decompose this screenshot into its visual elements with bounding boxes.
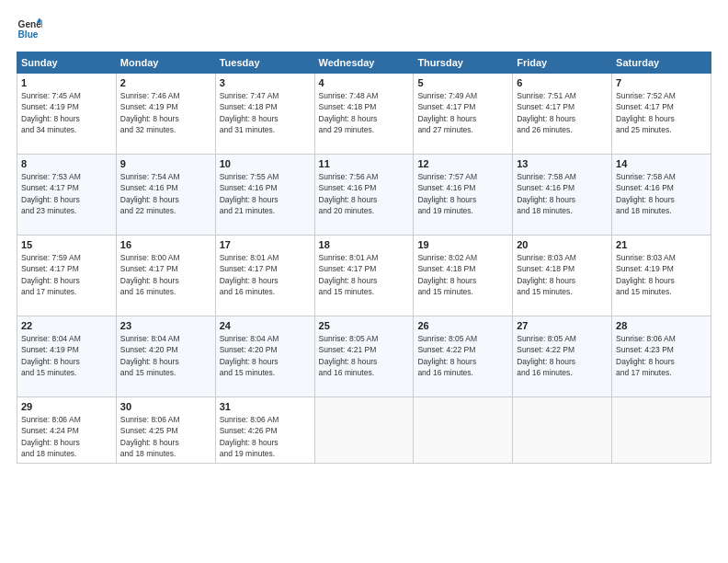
cell-details: Sunrise: 7:45 AMSunset: 4:19 PMDaylight:… [21,90,112,135]
day-number: 1 [21,77,112,88]
cell-details: Sunrise: 7:58 AMSunset: 4:16 PMDaylight:… [517,171,608,216]
day-number: 24 [220,320,311,331]
day-number: 11 [319,158,410,169]
cell-details: Sunrise: 7:57 AMSunset: 4:16 PMDaylight:… [417,171,508,216]
cell-details: Sunrise: 8:06 AMSunset: 4:24 PMDaylight:… [21,414,112,459]
calendar-cell: 30Sunrise: 8:06 AMSunset: 4:25 PMDayligh… [116,397,215,464]
day-number: 26 [417,320,508,331]
calendar-cell: 18Sunrise: 8:01 AMSunset: 4:17 PMDayligh… [314,236,414,316]
weekday-header-saturday: Saturday [612,52,711,74]
cell-details: Sunrise: 8:01 AMSunset: 4:17 PMDaylight:… [220,252,311,297]
weekday-header-sunday: Sunday [17,52,117,74]
cell-details: Sunrise: 7:54 AMSunset: 4:16 PMDaylight:… [120,171,211,216]
cell-details: Sunrise: 7:53 AMSunset: 4:17 PMDaylight:… [21,171,112,216]
calendar-cell: 1Sunrise: 7:45 AMSunset: 4:19 PMDaylight… [17,74,117,155]
page: General Blue SundayMondayTuesdayWednesda… [0,0,728,563]
calendar-table: SundayMondayTuesdayWednesdayThursdayFrid… [17,52,711,464]
calendar-cell: 7Sunrise: 7:52 AMSunset: 4:17 PMDaylight… [612,74,711,155]
cell-details: Sunrise: 8:03 AMSunset: 4:18 PMDaylight:… [517,252,608,297]
cell-details: Sunrise: 8:04 AMSunset: 4:19 PMDaylight:… [21,333,112,378]
cell-details: Sunrise: 7:51 AMSunset: 4:17 PMDaylight:… [517,90,608,135]
day-number: 23 [120,320,211,331]
day-number: 4 [319,77,410,88]
cell-details: Sunrise: 7:47 AMSunset: 4:18 PMDaylight:… [220,90,311,135]
day-number: 19 [417,239,508,250]
day-number: 5 [417,77,508,88]
cell-details: Sunrise: 7:56 AMSunset: 4:16 PMDaylight:… [319,171,410,216]
day-number: 7 [616,77,707,88]
calendar-cell [314,397,414,464]
logo-icon: General Blue [17,17,42,42]
cell-details: Sunrise: 8:05 AMSunset: 4:22 PMDaylight:… [417,333,508,378]
day-number: 14 [616,158,707,169]
day-number: 2 [120,77,211,88]
day-number: 12 [417,158,508,169]
cell-details: Sunrise: 8:05 AMSunset: 4:21 PMDaylight:… [319,333,410,378]
calendar-cell: 12Sunrise: 7:57 AMSunset: 4:16 PMDayligh… [414,155,513,236]
cell-details: Sunrise: 7:52 AMSunset: 4:17 PMDaylight:… [616,90,707,135]
calendar-cell: 15Sunrise: 7:59 AMSunset: 4:17 PMDayligh… [17,236,117,316]
logo: General Blue [17,17,42,42]
calendar-cell: 13Sunrise: 7:58 AMSunset: 4:16 PMDayligh… [513,155,612,236]
calendar-cell: 9Sunrise: 7:54 AMSunset: 4:16 PMDaylight… [116,155,215,236]
weekday-header-friday: Friday [513,52,612,74]
calendar-cell [513,397,612,464]
cell-details: Sunrise: 8:06 AMSunset: 4:26 PMDaylight:… [220,414,311,459]
cell-details: Sunrise: 7:55 AMSunset: 4:16 PMDaylight:… [220,171,311,216]
calendar-cell: 24Sunrise: 8:04 AMSunset: 4:20 PMDayligh… [215,316,314,397]
cell-details: Sunrise: 7:49 AMSunset: 4:17 PMDaylight:… [417,90,508,135]
cell-details: Sunrise: 7:46 AMSunset: 4:19 PMDaylight:… [120,90,211,135]
weekday-header-monday: Monday [116,52,215,74]
day-number: 21 [616,239,707,250]
cell-details: Sunrise: 8:05 AMSunset: 4:22 PMDaylight:… [517,333,608,378]
day-number: 22 [21,320,112,331]
cell-details: Sunrise: 8:03 AMSunset: 4:19 PMDaylight:… [616,252,707,297]
calendar-cell: 10Sunrise: 7:55 AMSunset: 4:16 PMDayligh… [215,155,314,236]
calendar-cell: 8Sunrise: 7:53 AMSunset: 4:17 PMDaylight… [17,155,117,236]
calendar-cell: 3Sunrise: 7:47 AMSunset: 4:18 PMDaylight… [215,74,314,155]
day-number: 16 [120,239,211,250]
calendar-cell: 26Sunrise: 8:05 AMSunset: 4:22 PMDayligh… [414,316,513,397]
day-number: 17 [220,239,311,250]
day-number: 28 [616,320,707,331]
day-number: 13 [517,158,608,169]
day-number: 8 [21,158,112,169]
calendar-cell: 23Sunrise: 8:04 AMSunset: 4:20 PMDayligh… [116,316,215,397]
cell-details: Sunrise: 7:58 AMSunset: 4:16 PMDaylight:… [616,171,707,216]
cell-details: Sunrise: 8:04 AMSunset: 4:20 PMDaylight:… [120,333,211,378]
calendar-cell: 21Sunrise: 8:03 AMSunset: 4:19 PMDayligh… [612,236,711,316]
calendar-cell: 17Sunrise: 8:01 AMSunset: 4:17 PMDayligh… [215,236,314,316]
day-number: 18 [319,239,410,250]
calendar-cell [414,397,513,464]
cell-details: Sunrise: 7:48 AMSunset: 4:18 PMDaylight:… [319,90,410,135]
day-number: 9 [120,158,211,169]
calendar-cell: 31Sunrise: 8:06 AMSunset: 4:26 PMDayligh… [215,397,314,464]
weekday-header-thursday: Thursday [414,52,513,74]
day-number: 31 [220,401,311,412]
calendar-cell: 20Sunrise: 8:03 AMSunset: 4:18 PMDayligh… [513,236,612,316]
cell-details: Sunrise: 8:06 AMSunset: 4:25 PMDaylight:… [120,414,211,459]
calendar-cell: 19Sunrise: 8:02 AMSunset: 4:18 PMDayligh… [414,236,513,316]
header: General Blue [17,17,711,42]
cell-details: Sunrise: 8:02 AMSunset: 4:18 PMDaylight:… [417,252,508,297]
cell-details: Sunrise: 7:59 AMSunset: 4:17 PMDaylight:… [21,252,112,297]
day-number: 3 [220,77,311,88]
weekday-header-tuesday: Tuesday [215,52,314,74]
calendar-cell: 2Sunrise: 7:46 AMSunset: 4:19 PMDaylight… [116,74,215,155]
calendar-cell: 6Sunrise: 7:51 AMSunset: 4:17 PMDaylight… [513,74,612,155]
cell-details: Sunrise: 8:06 AMSunset: 4:23 PMDaylight:… [616,333,707,378]
calendar-cell: 25Sunrise: 8:05 AMSunset: 4:21 PMDayligh… [314,316,414,397]
calendar-cell: 5Sunrise: 7:49 AMSunset: 4:17 PMDaylight… [414,74,513,155]
day-number: 30 [120,401,211,412]
svg-text:Blue: Blue [18,29,39,40]
day-number: 27 [517,320,608,331]
calendar-cell: 4Sunrise: 7:48 AMSunset: 4:18 PMDaylight… [314,74,414,155]
day-number: 15 [21,239,112,250]
calendar-cell: 14Sunrise: 7:58 AMSunset: 4:16 PMDayligh… [612,155,711,236]
calendar-cell: 27Sunrise: 8:05 AMSunset: 4:22 PMDayligh… [513,316,612,397]
day-number: 10 [220,158,311,169]
calendar-cell: 11Sunrise: 7:56 AMSunset: 4:16 PMDayligh… [314,155,414,236]
day-number: 6 [517,77,608,88]
cell-details: Sunrise: 8:00 AMSunset: 4:17 PMDaylight:… [120,252,211,297]
calendar-cell: 22Sunrise: 8:04 AMSunset: 4:19 PMDayligh… [17,316,117,397]
